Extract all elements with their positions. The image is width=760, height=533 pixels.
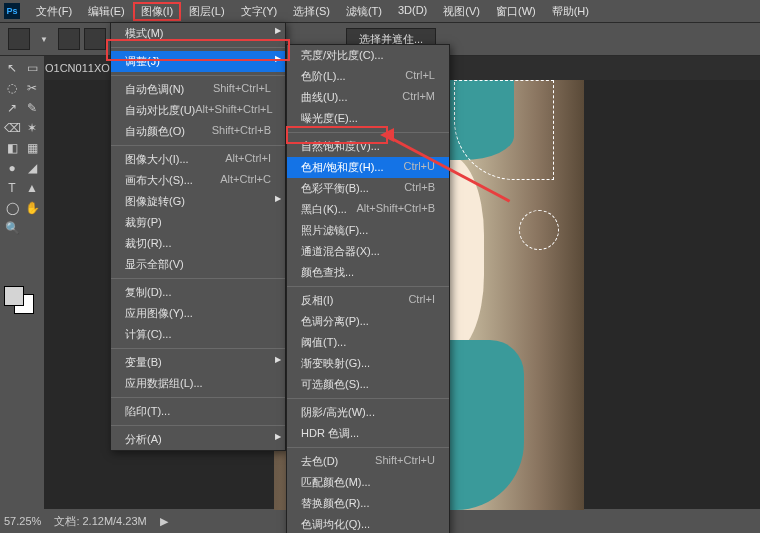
menu-帮助[interactable]: 帮助(H) (544, 2, 597, 21)
menu-文字[interactable]: 文字(Y) (233, 2, 286, 21)
zoom-level[interactable]: 57.25% (4, 515, 41, 527)
menuitem[interactable]: 匹配颜色(M)... (287, 472, 449, 493)
menubar: Ps 文件(F)编辑(E)图像(I)图层(L)文字(Y)选择(S)滤镜(T)3D… (0, 0, 760, 22)
menuitem[interactable]: 照片滤镜(F)... (287, 220, 449, 241)
menuitem[interactable]: 反相(I)Ctrl+I (287, 290, 449, 311)
menuitem[interactable]: 阈值(T)... (287, 332, 449, 353)
menuitem[interactable]: 黑白(K)...Alt+Shift+Ctrl+B (287, 199, 449, 220)
tool-icon[interactable]: ✋ (22, 198, 42, 218)
tool-icon[interactable]: ▲ (22, 178, 42, 198)
selection-new-icon[interactable] (58, 28, 80, 50)
menuitem[interactable]: 模式(M) (111, 23, 285, 44)
menu-文件[interactable]: 文件(F) (28, 2, 80, 21)
menuitem[interactable]: 颜色查找... (287, 262, 449, 283)
menuitem[interactable]: 变量(B) (111, 352, 285, 373)
menu-图像[interactable]: 图像(I) (133, 2, 181, 21)
menuitem[interactable]: 调整(J) (111, 51, 285, 72)
menuitem[interactable]: 应用数据组(L)... (111, 373, 285, 394)
menuitem[interactable]: 替换颜色(R)... (287, 493, 449, 514)
photoshop-logo: Ps (4, 3, 20, 19)
menuitem[interactable]: 渐变映射(G)... (287, 353, 449, 374)
menuitem[interactable]: 裁剪(P) (111, 212, 285, 233)
document-tab[interactable]: O1CN011XO (45, 62, 110, 74)
menuitem[interactable]: 阴影/高光(W)... (287, 402, 449, 423)
tool-icon[interactable]: ◧ (2, 138, 22, 158)
tool-icon[interactable]: ◯ (2, 198, 22, 218)
selection-marquee (519, 210, 559, 250)
tool-icon[interactable]: 🔍 (2, 218, 22, 238)
menuitem[interactable]: 去色(D)Shift+Ctrl+U (287, 451, 449, 472)
menuitem[interactable]: 画布大小(S)...Alt+Ctrl+C (111, 170, 285, 191)
tool-icon[interactable]: ✶ (22, 118, 42, 138)
menuitem[interactable]: 通道混合器(X)... (287, 241, 449, 262)
tool-icon[interactable]: ✂ (22, 78, 42, 98)
adjustments-submenu-dropdown: 亮度/对比度(C)...色阶(L)...Ctrl+L曲线(U)...Ctrl+M… (286, 44, 450, 533)
menuitem[interactable]: 自动色调(N)Shift+Ctrl+L (111, 79, 285, 100)
tool-icon[interactable]: ↗ (2, 98, 22, 118)
menuitem[interactable]: 分析(A) (111, 429, 285, 450)
menuitem[interactable]: 曝光度(E)... (287, 108, 449, 129)
menuitem[interactable]: 色调均化(Q)... (287, 514, 449, 533)
menuitem[interactable]: 陷印(T)... (111, 401, 285, 422)
menuitem[interactable]: 可选颜色(S)... (287, 374, 449, 395)
tool-icon[interactable]: ✎ (22, 98, 42, 118)
selection-add-icon[interactable] (84, 28, 106, 50)
image-menu-dropdown: 模式(M)调整(J)自动色调(N)Shift+Ctrl+L自动对比度(U)Alt… (110, 22, 286, 451)
menuitem[interactable]: 色相/饱和度(H)...Ctrl+U (287, 157, 449, 178)
menu-窗口[interactable]: 窗口(W) (488, 2, 544, 21)
tool-icon[interactable]: ◌ (2, 78, 22, 98)
color-swatches[interactable] (4, 286, 36, 314)
tools-panel: ↖▭◌✂↗✎⌫✶◧▦●◢T▲◯✋🔍 (0, 56, 44, 240)
menuitem[interactable]: 曲线(U)...Ctrl+M (287, 87, 449, 108)
menuitem[interactable]: 自然饱和度(V)... (287, 136, 449, 157)
menuitem[interactable]: 图像大小(I)...Alt+Ctrl+I (111, 149, 285, 170)
menuitem[interactable]: 应用图像(Y)... (111, 303, 285, 324)
preset-dropdown-icon[interactable]: ▼ (34, 29, 54, 49)
menuitem[interactable]: HDR 色调... (287, 423, 449, 444)
status-arrow-icon[interactable]: ▶ (160, 515, 168, 527)
status-bar: 57.25% 文档: 2.12M/4.23M ▶ (4, 514, 178, 529)
tool-icon[interactable]: T (2, 178, 22, 198)
tool-icon[interactable]: ◢ (22, 158, 42, 178)
menu-选择[interactable]: 选择(S) (285, 2, 338, 21)
tool-icon[interactable]: ⌫ (2, 118, 22, 138)
menuitem[interactable]: 自动对比度(U)Alt+Shift+Ctrl+L (111, 100, 285, 121)
tool-icon[interactable]: ▭ (22, 58, 42, 78)
tool-preset-icon[interactable] (8, 28, 30, 50)
menuitem[interactable]: 亮度/对比度(C)... (287, 45, 449, 66)
menuitem[interactable]: 图像旋转(G) (111, 191, 285, 212)
menu-3D[interactable]: 3D(D) (390, 2, 435, 21)
menu-视图[interactable]: 视图(V) (435, 2, 488, 21)
menu-滤镜[interactable]: 滤镜(T) (338, 2, 390, 21)
foreground-color-swatch[interactable] (4, 286, 24, 306)
menu-编辑[interactable]: 编辑(E) (80, 2, 133, 21)
menuitem[interactable]: 显示全部(V) (111, 254, 285, 275)
menuitem[interactable]: 裁切(R)... (111, 233, 285, 254)
menuitem[interactable]: 色阶(L)...Ctrl+L (287, 66, 449, 87)
tool-icon[interactable]: ↖ (2, 58, 22, 78)
tool-icon[interactable]: ● (2, 158, 22, 178)
menuitem[interactable]: 自动颜色(O)Shift+Ctrl+B (111, 121, 285, 142)
menuitem[interactable]: 色彩平衡(B)...Ctrl+B (287, 178, 449, 199)
menuitem[interactable]: 计算(C)... (111, 324, 285, 345)
menu-图层[interactable]: 图层(L) (181, 2, 232, 21)
menuitem[interactable]: 复制(D)... (111, 282, 285, 303)
tool-icon[interactable]: ▦ (22, 138, 42, 158)
menuitem[interactable]: 色调分离(P)... (287, 311, 449, 332)
document-info: 文档: 2.12M/4.23M (54, 515, 146, 527)
